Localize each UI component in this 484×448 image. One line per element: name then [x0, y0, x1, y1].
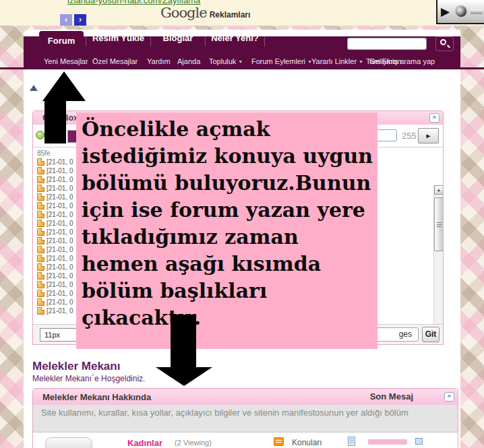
chat-message-row: [21-01, 0	[37, 236, 73, 245]
chat-message-row: [21-01, 0	[37, 166, 73, 175]
note-icon	[37, 263, 44, 271]
scrollbar-grip	[437, 222, 442, 223]
chat-message-row: [21-01, 0	[37, 263, 73, 271]
google-ad-bar: izlanda-yosun-hapi.com/Zayiflama ‹ › Goo…	[0, 0, 484, 26]
page-title: Melekler Mekanı	[32, 360, 120, 373]
note-icon	[37, 298, 44, 306]
note-icon	[37, 272, 44, 280]
screenshot-root: izlanda-yosun-hapi.com/Zayiflama ‹ › Goo…	[0, 0, 484, 448]
up-arrow-shaft	[44, 100, 66, 143]
last-post-page-icon[interactable]	[348, 437, 355, 446]
play-icon[interactable]: ▶	[441, 6, 450, 18]
google-logo: Google	[160, 5, 207, 21]
category-header: Melekler Mekanı Hakkında Son Mesaj ^	[33, 389, 458, 405]
chevron-down-icon: ▼	[238, 59, 243, 64]
smiley-icon[interactable]	[36, 131, 44, 139]
nav-divider	[0, 67, 484, 69]
up-arrow-icon	[42, 71, 86, 101]
last-post-column-label: Son Mesaj	[370, 389, 413, 405]
search-icon	[440, 39, 446, 45]
welcome-subtitle: Melekler Mekanı´e Hoşgeldiniz.	[32, 374, 145, 383]
forum-row: Kadınlar (2 Viewing) Konuları	[33, 433, 458, 448]
tab-resim-yukle[interactable]: Resim Yükle	[86, 30, 150, 46]
chevron-down-icon: ▼	[359, 59, 363, 64]
chat-scrollbar[interactable]: ▲ ▼	[433, 185, 443, 325]
note-icon	[37, 202, 44, 210]
collapse-icon[interactable]: ^	[444, 392, 454, 402]
ad-pager: ‹ ›	[60, 14, 86, 26]
note-icon	[37, 255, 44, 262]
collapse-icon[interactable]: ^	[429, 113, 440, 123]
viewing-count: (2 Viewing)	[175, 439, 212, 447]
chat-message-row: [21-01, 0	[37, 175, 73, 184]
chat-message-row: [21-01, 0	[37, 228, 73, 236]
record-icon[interactable]	[456, 6, 466, 17]
go-button[interactable]: Git	[422, 327, 440, 342]
tab-forum[interactable]: Forum	[39, 31, 84, 53]
note-icon	[37, 220, 44, 227]
note-icon	[37, 176, 44, 183]
category-panel: Melekler Mekanı Hakkında Son Mesaj ^ Sit…	[32, 388, 458, 448]
screen-recorder-panel: ▶	[436, 0, 484, 24]
chat-message-row: [21-01, 0	[37, 254, 73, 263]
tab-bloglar[interactable]: Bloglar	[150, 30, 205, 46]
search-button[interactable]	[435, 36, 454, 51]
forum-link-kadinlar[interactable]: Kadınlar	[127, 438, 162, 448]
search-input[interactable]	[347, 38, 427, 50]
google-ads-label: GoogleReklamları	[160, 5, 250, 21]
category-description: Site kullanımı, kurallar, kısa yollar, a…	[33, 405, 458, 433]
chat-message-row: [21-01, 0	[37, 158, 73, 166]
ad-prev-button[interactable]: ‹	[60, 14, 72, 26]
send-button[interactable]: ►	[418, 128, 439, 143]
note-icon	[37, 228, 44, 236]
note-icon	[37, 281, 44, 288]
tab-neler-yeni[interactable]: Neler Yeni?	[205, 30, 265, 46]
chat-message-row: [21-01, 0	[37, 289, 73, 298]
chat-message-row: [21-01, 0	[37, 307, 73, 315]
home-icon[interactable]	[30, 85, 38, 91]
chat-message-row: [21-01, 0	[37, 245, 73, 254]
down-arrow-icon	[156, 367, 212, 386]
recorder-slider	[471, 9, 483, 14]
down-arrow-shaft	[171, 315, 196, 369]
chat-username: 85fe	[37, 150, 50, 157]
tutorial-annotation: Öncelikle açmak istediğimiz konuya uygun…	[76, 113, 377, 349]
note-icon	[37, 158, 44, 166]
scrollbar-thumb[interactable]	[434, 197, 443, 251]
chat-message-row: [21-01, 0	[37, 193, 73, 201]
note-icon	[37, 246, 44, 253]
category-title[interactable]: Melekler Mekanı Hakkında	[33, 392, 151, 402]
chat-message-row: [21-01, 0	[37, 219, 73, 228]
note-icon	[37, 185, 44, 192]
chat-message-row: [21-01, 0	[37, 280, 73, 289]
note-icon	[37, 167, 44, 174]
chat-message-row: [21-01, 0	[37, 271, 73, 280]
last-post-link[interactable]	[368, 439, 407, 445]
chat-message-list: [21-01, 0 [21-01, 0 [21-01, 0 [21-01, 0 …	[37, 158, 73, 315]
note-icon	[37, 237, 44, 245]
goto-last-post-icon[interactable]	[415, 438, 423, 445]
scroll-up-icon[interactable]: ▲	[434, 185, 443, 195]
chat-message-row: [21-01, 0	[37, 184, 73, 193]
forum-status-icon	[45, 437, 92, 448]
chat-message-row: [21-01, 0	[37, 210, 73, 219]
note-icon	[37, 211, 44, 218]
chat-message-row: [21-01, 0	[37, 298, 73, 307]
char-counter: 255	[402, 131, 417, 141]
topics-icon	[274, 437, 284, 446]
ad-next-button[interactable]: ›	[74, 14, 86, 26]
chat-message-row: [21-01, 0	[37, 201, 73, 210]
note-icon	[37, 193, 44, 201]
topics-label: Konuları	[292, 438, 322, 447]
note-icon	[37, 307, 44, 315]
note-icon	[37, 290, 44, 297]
forum-page: Forum Resim Yükle Bloglar Neler Yeni? Ye…	[24, 30, 460, 448]
